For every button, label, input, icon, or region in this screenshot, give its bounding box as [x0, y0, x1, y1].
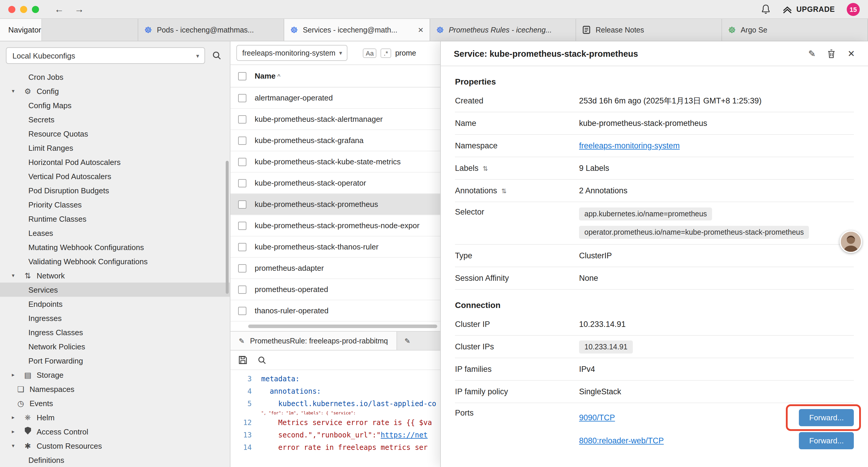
close-window-button[interactable]	[8, 6, 16, 13]
scrollbar-thumb[interactable]	[248, 324, 437, 328]
search-icon[interactable]	[212, 51, 222, 60]
delete-trash-icon[interactable]	[828, 49, 836, 58]
tab-pods[interactable]: ☸ Pods - icecheng@mathmas...	[138, 19, 284, 41]
created-value: 253d 16h 6m ago (2025年1月13日 GMT+8 1:25:3…	[579, 95, 762, 106]
sidebar-item-cron-jobs[interactable]: Cron Jobs	[0, 70, 230, 84]
tab-argo[interactable]: ☸ Argo Se	[722, 19, 868, 41]
cluster-ips-badge: 10.233.14.91	[579, 340, 633, 353]
editor-tab-partial[interactable]: ✎	[397, 332, 418, 350]
sidebar-item-config-maps[interactable]: Config Maps	[0, 98, 230, 112]
sidebar-group-access-control[interactable]: ▸Access Control	[0, 425, 230, 439]
editor-search-icon[interactable]	[258, 356, 267, 364]
forward-port-9090-button[interactable]: Forward...	[799, 409, 854, 426]
kubernetes-icon: ☸	[144, 25, 152, 34]
sidebar-scrollbar[interactable]	[226, 161, 229, 294]
created-row: Created 253d 16h 6m ago (2025年1月13日 GMT+…	[455, 90, 854, 112]
sidebar-item-definitions[interactable]: Definitions	[0, 453, 230, 467]
tab-services[interactable]: ☸ Services - icecheng@math... ✕	[284, 19, 430, 41]
sidebar-group-custom-resources[interactable]: ▾✱Custom Resources	[0, 439, 230, 453]
table-search[interactable]: Aa .* prome	[363, 48, 416, 58]
row-checkbox[interactable]	[238, 179, 246, 187]
tab-release-notes[interactable]: Release Notes	[576, 19, 722, 41]
back-icon[interactable]: ←	[54, 4, 64, 14]
labels-expander-icon[interactable]: ⇅	[483, 165, 488, 172]
sidebar-item-ingress-classes[interactable]: Ingress Classes	[0, 325, 230, 339]
search-input[interactable]: prome	[395, 49, 416, 57]
storage-icon: ▤	[23, 370, 32, 379]
sidebar-item-vertical-pod-autoscalers[interactable]: Vertical Pod Autoscalers	[0, 169, 230, 183]
sidebar-group-config[interactable]: ▾⚙Config	[0, 84, 230, 98]
port-9090-link[interactable]: 9090/TCP	[579, 413, 615, 422]
name-value: kube-prometheus-stack-prometheus	[579, 119, 707, 128]
row-checkbox[interactable]	[238, 115, 246, 123]
namespace-filter-select[interactable]: freeleaps-monitoring-system ▾	[236, 45, 347, 61]
notification-count-badge[interactable]: 15	[847, 3, 860, 16]
kubernetes-icon: ☸	[728, 25, 736, 34]
user-avatar[interactable]	[840, 231, 862, 253]
name-column-header[interactable]: Name^	[255, 71, 280, 80]
upgrade-label: UPGRADE	[796, 5, 835, 13]
sidebar-item-leases[interactable]: Leases	[0, 226, 230, 240]
namespace-link[interactable]: freeleaps-monitoring-system	[579, 141, 680, 150]
sidebar-item-horizontal-pod-autoscalers[interactable]: Horizontal Pod Autoscalers	[0, 155, 230, 169]
row-checkbox[interactable]	[238, 285, 246, 293]
navigator-header[interactable]: Navigator	[0, 19, 42, 41]
namespaces-icon: ❏	[16, 384, 25, 393]
port-8080-reloader-web-link[interactable]: 8080:reloader-web/TCP	[579, 436, 664, 445]
sidebar-item-secrets[interactable]: Secrets	[0, 112, 230, 126]
sidebar-item-network-policies[interactable]: Network Policies	[0, 339, 230, 353]
select-all-checkbox[interactable]	[238, 72, 246, 80]
sidebar-item-port-forwarding[interactable]: Port Forwarding	[0, 353, 230, 368]
sidebar-item-priority-classes[interactable]: Priority Classes	[0, 198, 230, 212]
tab-bar: Navigator ☸ Pods - icecheng@mathmas... ☸…	[0, 19, 868, 41]
chevron-right-icon: ▸	[12, 372, 19, 378]
sidebar-item-validating-webhook-configurations[interactable]: Validating Webhook Configurations	[0, 254, 230, 268]
sidebar-item-endpoints[interactable]: Endpoints	[0, 297, 230, 311]
maximize-window-button[interactable]	[32, 6, 39, 13]
sidebar-group-network[interactable]: ▾⇅Network	[0, 268, 230, 283]
row-checkbox[interactable]	[238, 264, 246, 272]
edit-pencil-icon[interactable]: ✎	[808, 48, 816, 59]
traffic-lights	[8, 6, 39, 13]
sidebar-item-events[interactable]: ◷Events	[0, 396, 230, 410]
sidebar-item-pod-disruption-budgets[interactable]: Pod Disruption Budgets	[0, 183, 230, 198]
sidebar-item-ingresses[interactable]: Ingresses	[0, 311, 230, 325]
window-titlebar: ← → UPGRADE 15	[0, 0, 868, 19]
kubeconfig-selector[interactable]: Local Kubeconfigs ▾	[6, 47, 205, 64]
forward-icon[interactable]: →	[74, 4, 84, 14]
tab-prometheus-rules[interactable]: ☸ Prometheus Rules - icecheng...	[430, 19, 576, 41]
sidebar-item-mutating-webhook-configurations[interactable]: Mutating Webhook Configurations	[0, 240, 230, 254]
minimize-window-button[interactable]	[20, 6, 27, 13]
selector-badge: app.kubernetes.io/name=prometheus	[579, 207, 712, 221]
events-clock-icon: ◷	[16, 399, 25, 408]
row-checkbox[interactable]	[238, 222, 246, 230]
sidebar-item-runtime-classes[interactable]: Runtime Classes	[0, 212, 230, 226]
shield-icon	[23, 427, 32, 436]
selector-badge: operator.prometheus.io/name=kube-prometh…	[579, 226, 809, 239]
forward-port-8080-button[interactable]: Forward...	[799, 432, 854, 449]
chevron-down-icon: ▾	[196, 52, 199, 59]
match-case-toggle[interactable]: Aa	[363, 48, 377, 58]
row-checkbox[interactable]	[238, 136, 246, 145]
sidebar-item-services[interactable]: Services	[0, 283, 230, 297]
row-checkbox[interactable]	[238, 243, 246, 251]
sidebar-item-namespaces[interactable]: ❏Namespaces	[0, 382, 230, 396]
sidebar-item-limit-ranges[interactable]: Limit Ranges	[0, 141, 230, 155]
sidebar-group-storage[interactable]: ▸▤Storage	[0, 368, 230, 382]
editor-tab-prometheusrule[interactable]: ✎ PrometheusRule: freeleaps-prod-rabbitm…	[230, 332, 397, 350]
row-checkbox[interactable]	[238, 200, 246, 208]
sidebar-group-helm[interactable]: ▸⎈Helm	[0, 410, 230, 425]
chevron-right-icon: ▸	[12, 414, 19, 420]
annotations-expander-icon[interactable]: ⇅	[501, 187, 507, 195]
row-checkbox[interactable]	[238, 307, 246, 315]
row-checkbox[interactable]	[238, 157, 246, 166]
row-checkbox[interactable]	[238, 94, 246, 102]
upgrade-button[interactable]: UPGRADE	[782, 5, 835, 13]
notifications-bell-icon[interactable]	[761, 4, 770, 14]
close-drawer-icon[interactable]: ✕	[848, 48, 855, 59]
url-link[interactable]: https://net	[381, 429, 428, 442]
regex-toggle[interactable]: .*	[381, 48, 391, 58]
save-icon[interactable]	[238, 355, 248, 365]
sidebar-item-resource-quotas[interactable]: Resource Quotas	[0, 126, 230, 141]
close-tab-icon[interactable]: ✕	[418, 26, 424, 34]
